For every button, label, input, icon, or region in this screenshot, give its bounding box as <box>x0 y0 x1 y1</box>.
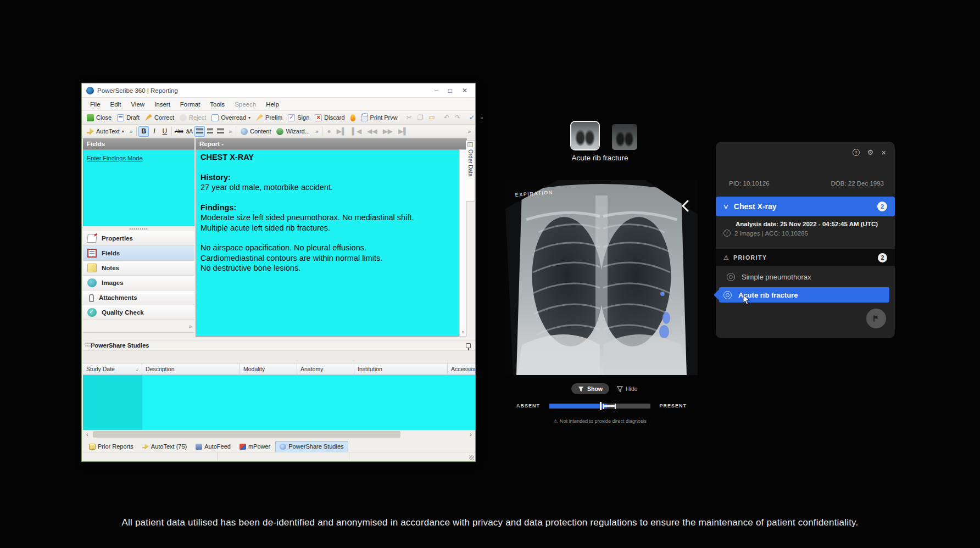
menu-help[interactable]: Help <box>261 99 284 110</box>
tab-autofeed[interactable]: AutoFeed <box>192 441 235 452</box>
enter-findings-mode-link[interactable]: Enter Findings Mode <box>87 155 143 161</box>
ai-results-panel: ? ⚙ × PID: 10.10126 DOB: 22 Dec 1993 ∨ C… <box>716 142 895 338</box>
tab-mpower[interactable]: mPower <box>236 441 274 452</box>
content-overflow-button[interactable]: » <box>313 127 321 136</box>
print-preview-button[interactable]: Print Prvw <box>358 113 400 122</box>
horizontal-scrollbar[interactable]: ‹ › <box>83 430 475 439</box>
drag-handle-icon[interactable]: •••••••••••• <box>85 342 94 348</box>
printer-icon <box>361 114 368 121</box>
play-pause-button[interactable]: ▶▌ <box>334 127 349 136</box>
forward-button[interactable]: ▶▶ <box>380 127 396 136</box>
slider-range-handle[interactable] <box>603 405 616 407</box>
autotext-overflow-button[interactable]: » <box>127 127 135 136</box>
paste-button[interactable]: ▭ <box>426 113 438 122</box>
strikethrough-button[interactable]: Abc <box>174 126 184 137</box>
undo-button[interactable]: ↶ <box>441 113 452 122</box>
prelim-button[interactable]: Prelim <box>253 113 285 122</box>
menu-file[interactable]: File <box>85 99 105 110</box>
rewind-button[interactable]: ◀◀ <box>364 127 380 136</box>
redo-button[interactable]: ↷ <box>452 113 463 122</box>
close-panel-icon[interactable]: × <box>881 148 886 156</box>
skip-end-button[interactable]: ▶▌ <box>396 127 411 136</box>
sidebar-item-quality-check[interactable]: Quality Check <box>83 305 194 320</box>
underline-button[interactable]: U <box>159 126 170 137</box>
tab-powershare-studies[interactable]: PowerShare Studies <box>275 441 348 452</box>
format-overflow-button[interactable]: » <box>226 127 234 136</box>
sidebar-item-properties[interactable]: Properties <box>83 231 194 246</box>
resize-grip[interactable] <box>469 455 474 460</box>
xray-thumbnail-selected[interactable] <box>570 121 600 150</box>
wizard-button[interactable]: Wizard... <box>274 127 312 136</box>
images-icon <box>87 278 97 287</box>
slider-marker[interactable] <box>600 402 602 410</box>
overread-button[interactable]: Overread▾ <box>209 113 253 122</box>
discard-button[interactable]: Discard <box>312 113 347 122</box>
column-study-date[interactable]: Study Date↓ <box>83 364 142 374</box>
content-button[interactable]: Content <box>238 127 274 136</box>
sidebar-item-attachments[interactable]: Attachments <box>83 290 194 305</box>
show-button[interactable]: Show <box>571 383 609 394</box>
scroll-left-icon[interactable]: ‹ <box>83 432 92 438</box>
sidebar-item-images[interactable]: Images <box>83 276 194 290</box>
menu-view[interactable]: View <box>126 99 149 110</box>
close-window-button[interactable]: ✕ <box>462 87 467 94</box>
gear-icon[interactable]: ⚙ <box>867 149 874 156</box>
column-description[interactable]: Description <box>142 364 240 374</box>
align-left-button[interactable] <box>194 126 205 137</box>
cut-button[interactable]: ✂ <box>404 113 415 122</box>
toolbar-overflow-button[interactable]: » <box>477 114 486 122</box>
autotext-button[interactable]: AutoText▾ <box>84 127 127 136</box>
report-line: No destructive bone lesions. <box>201 263 454 273</box>
xray-thumbnail-2[interactable] <box>612 124 637 150</box>
info-icon[interactable]: i <box>723 230 731 237</box>
column-anatomy[interactable]: Anatomy <box>297 364 354 374</box>
close-report-button[interactable]: Close <box>84 113 114 122</box>
align-center-button[interactable] <box>205 126 215 137</box>
sidebar-item-fields[interactable]: Fields <box>83 246 194 261</box>
slider-track[interactable] <box>549 404 650 409</box>
copy-button[interactable]: ❐ <box>415 113 426 122</box>
menu-edit[interactable]: Edit <box>105 99 126 110</box>
correct-button[interactable]: Correct <box>142 113 177 122</box>
draft-button[interactable]: Draft <box>114 113 142 122</box>
minimize-button[interactable]: – <box>435 87 438 94</box>
align-right-button[interactable] <box>215 126 226 137</box>
sign-button[interactable]: Sign <box>285 113 312 122</box>
scroll-right-icon[interactable]: › <box>466 432 475 438</box>
report-editor[interactable]: CHEST X-RAY History: 27 year old male, m… <box>196 149 459 337</box>
flag-button[interactable] <box>866 309 886 328</box>
study-accordion[interactable]: ∨ Chest X-ray 2 <box>716 197 895 216</box>
finding-item-simple-pneumothorax[interactable]: Simple pneumothorax <box>722 269 888 284</box>
reject-button[interactable]: Reject <box>177 113 209 122</box>
playback-overflow-button[interactable]: » <box>465 127 473 136</box>
studies-table-body[interactable] <box>83 375 475 430</box>
panel-splitter[interactable]: ••••••••• <box>83 226 194 231</box>
skip-start-button[interactable]: ▌◀ <box>349 127 364 136</box>
order-data-tab[interactable]: Order Data <box>466 140 475 202</box>
scrollbar-thumb[interactable] <box>93 431 400 438</box>
mpower-icon <box>240 444 246 450</box>
column-institution[interactable]: Institution <box>354 364 448 374</box>
bold-button[interactable]: B <box>138 126 149 137</box>
record-button[interactable]: ● <box>324 127 333 136</box>
italic-button[interactable]: I <box>149 126 159 137</box>
menu-speech[interactable]: Speech <box>230 99 261 110</box>
menu-format[interactable]: Format <box>175 99 205 110</box>
pin-icon[interactable] <box>466 343 471 348</box>
menu-tools[interactable]: Tools <box>205 99 230 110</box>
menu-insert[interactable]: Insert <box>149 99 175 110</box>
hide-button[interactable]: Hide <box>617 385 638 392</box>
help-icon[interactable]: ? <box>853 149 860 156</box>
xray-image[interactable]: EXPIRATION <box>505 180 698 375</box>
spellcheck-button[interactable]: ✓ <box>466 113 477 122</box>
column-modality[interactable]: Modality <box>240 364 297 374</box>
tab-prior-reports[interactable]: Prior Reports <box>85 441 137 452</box>
dictate-button[interactable] <box>348 113 358 122</box>
sidebar-item-notes[interactable]: Notes <box>83 261 194 276</box>
sidebar-overflow-icon[interactable]: » <box>188 323 191 329</box>
report-line <box>201 193 454 203</box>
tab-autotext[interactable]: AutoText (75) <box>138 441 191 452</box>
change-case-button[interactable]: âA <box>184 126 194 137</box>
maximize-button[interactable]: □ <box>448 87 452 94</box>
column-accession[interactable]: Accession <box>448 364 475 374</box>
